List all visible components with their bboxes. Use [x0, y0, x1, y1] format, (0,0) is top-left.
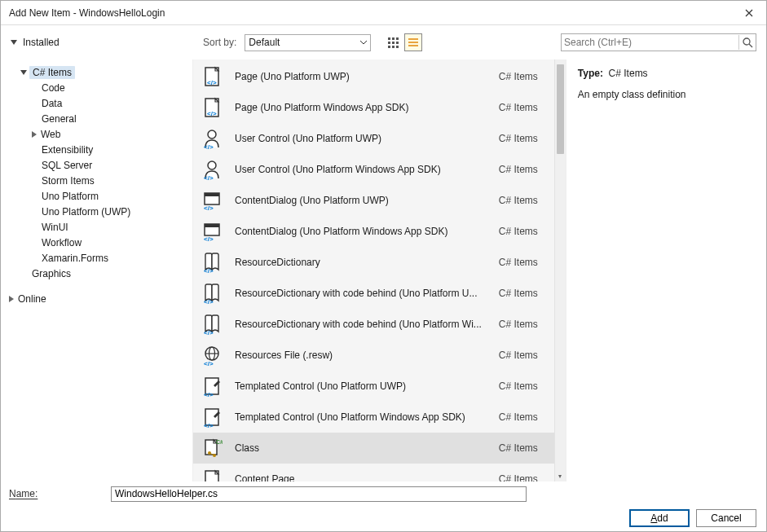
sortby-dropdown[interactable]: Default [245, 34, 371, 51]
tree-item-uno[interactable]: Uno Platform [9, 188, 191, 204]
item-row[interactable]: User Control (Uno Platform Windows App S… [193, 154, 554, 185]
tree-item-online[interactable]: Online [9, 291, 191, 306]
cancel-button[interactable]: Cancel [696, 509, 756, 527]
chevron-down-icon [360, 41, 367, 45]
item-title: ContentDialog (Uno Platform UWP) [235, 195, 482, 206]
grid-icon [387, 37, 399, 48]
item-row[interactable]: User Control (Uno Platform UWP) C# Items [193, 123, 554, 154]
close-button[interactable] [738, 2, 760, 24]
item-list: Page (Uno Platform UWP) C# Items Page (U… [193, 59, 554, 481]
top-controls: Installed Sort by: Default [1, 25, 766, 59]
item-title: Templated Control (Uno Platform UWP) [235, 380, 482, 392]
svg-line-13 [749, 44, 752, 47]
tree-item-data[interactable]: Data [9, 95, 191, 111]
item-row[interactable]: Page (Uno Platform Windows App SDK) C# I… [193, 92, 554, 123]
view-grid-button[interactable] [384, 33, 402, 51]
scroll-thumb[interactable] [557, 64, 564, 154]
svg-rect-2 [396, 37, 399, 40]
svg-rect-4 [392, 42, 395, 44]
tree-label: General [40, 112, 78, 125]
scroll-down-arrow[interactable]: ▾ [555, 470, 566, 481]
item-title: Templated Control (Uno Platform Windows … [235, 411, 482, 423]
templated-icon [201, 407, 223, 428]
tree-item-workflow[interactable]: Workflow [9, 235, 191, 250]
item-type: C# Items [499, 319, 548, 330]
item-type: C# Items [499, 226, 548, 237]
installed-heading[interactable]: Installed [11, 37, 198, 48]
dialog-buttons: Add Cancel [1, 506, 766, 532]
usercontrol-icon [201, 128, 223, 149]
search-input[interactable] [564, 37, 738, 48]
tree-item-storm[interactable]: Storm Items [9, 173, 191, 188]
item-type: C# Items [499, 350, 548, 361]
svg-rect-7 [392, 46, 395, 48]
chevron-down-icon [11, 40, 17, 45]
name-input[interactable] [111, 486, 527, 502]
resdict-icon [201, 283, 223, 304]
view-list-button[interactable] [404, 33, 422, 51]
item-type: C# Items [499, 257, 548, 268]
item-row[interactable]: Templated Control (Uno Platform Windows … [193, 402, 554, 433]
tree-item-extensibility[interactable]: Extensibility [9, 142, 191, 157]
item-row[interactable]: ResourceDictionary with code behind (Uno… [193, 278, 554, 309]
tree-label: Web [39, 128, 62, 141]
type-line: Type: C# Items [578, 68, 755, 79]
tree-item-xamarinforms[interactable]: Xamarin.Forms [9, 250, 191, 266]
item-row[interactable]: Content Page C# Items [193, 464, 554, 481]
tree-item-web[interactable]: Web [9, 126, 191, 142]
chevron-down-icon [20, 70, 27, 75]
tree-item-general[interactable]: General [9, 111, 191, 126]
item-title: Page (Uno Platform Windows App SDK) [235, 102, 482, 113]
page-xaml-icon [201, 97, 223, 118]
item-type: C# Items [499, 164, 548, 175]
item-type: C# Items [499, 71, 548, 82]
item-title: Resources File (.resw) [235, 350, 482, 361]
item-list-panel: Page (Uno Platform UWP) C# Items Page (U… [193, 59, 566, 481]
tree-label: Online [16, 292, 48, 306]
page-xaml-icon [201, 66, 223, 87]
tree-item-sqlserver[interactable]: SQL Server [9, 157, 191, 173]
add-button[interactable]: Add [629, 509, 690, 527]
item-title: User Control (Uno Platform UWP) [235, 133, 482, 144]
search-box[interactable] [561, 33, 756, 51]
tree-label: Code [40, 81, 67, 95]
item-description: An empty class definition [578, 89, 755, 100]
chevron-right-icon [32, 131, 37, 138]
title-bar: Add New Item - WindowsHelloLogin [1, 1, 766, 25]
search-button[interactable] [738, 35, 753, 50]
tree-item-graphics[interactable]: Graphics [9, 266, 191, 281]
item-row[interactable]: Class C# Items [193, 433, 554, 464]
item-title: Class [235, 442, 482, 454]
item-type: C# Items [499, 380, 548, 392]
item-title: Content Page [235, 473, 482, 481]
tree-label: Workflow [40, 236, 83, 249]
item-title: User Control (Uno Platform Windows App S… [235, 164, 482, 175]
tree-item-winui[interactable]: WinUI [9, 219, 191, 235]
tree-label: Uno Platform (UWP) [40, 205, 132, 218]
item-title: ResourceDictionary [235, 257, 482, 268]
item-row[interactable]: ResourceDictionary C# Items [193, 247, 554, 278]
usercontrol-icon [201, 159, 223, 180]
window-title: Add New Item - WindowsHelloLogin [9, 7, 165, 19]
scrollbar[interactable]: ▾ [554, 59, 566, 481]
item-row[interactable]: ContentDialog (Uno Platform UWP) C# Item… [193, 185, 554, 216]
item-type: C# Items [499, 288, 548, 299]
item-row[interactable]: Templated Control (Uno Platform UWP) C# … [193, 371, 554, 402]
tree-item-unouwp[interactable]: Uno Platform (UWP) [9, 204, 191, 219]
tree-label: Uno Platform [40, 190, 100, 203]
tree-item-csharp[interactable]: C# Items [9, 64, 191, 80]
item-row[interactable]: Page (Uno Platform UWP) C# Items [193, 61, 554, 92]
item-type: C# Items [499, 473, 548, 481]
main-area: C# Items Code Data General Web Extensibi… [1, 59, 766, 481]
contentdlg-icon [201, 190, 223, 211]
tree-label: Storm Items [40, 174, 96, 187]
tree-item-code[interactable]: Code [9, 80, 191, 95]
item-row[interactable]: ContentDialog (Uno Platform Windows App … [193, 216, 554, 247]
close-icon [745, 9, 753, 17]
item-row[interactable]: ResourceDictionary with code behind (Uno… [193, 309, 554, 340]
item-row[interactable]: Resources File (.resw) C# Items [193, 340, 554, 371]
item-type: C# Items [499, 102, 548, 113]
tree-label: Data [40, 97, 64, 110]
contentdlg-icon [201, 221, 223, 242]
globe-icon [201, 345, 223, 366]
